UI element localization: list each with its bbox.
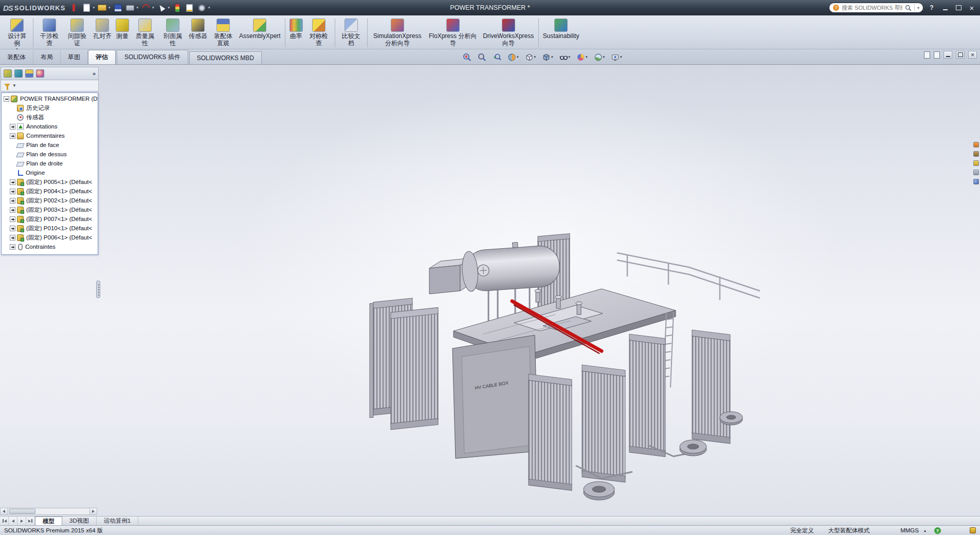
doc-thumbnail-icon-1[interactable] bbox=[924, 51, 930, 59]
edit-appearance-button[interactable] bbox=[575, 52, 589, 63]
open-dropdown[interactable] bbox=[108, 6, 111, 10]
hide-show-items-button[interactable] bbox=[558, 52, 572, 63]
close-button[interactable] bbox=[967, 3, 977, 12]
tree-item-plan-de-face[interactable]: Plan de face bbox=[2, 140, 98, 150]
scroll-right-button[interactable] bbox=[89, 508, 97, 514]
transformer-3d-model[interactable]: HV CABLE BOX bbox=[360, 219, 771, 516]
options-button[interactable] bbox=[196, 2, 208, 14]
collapse-icon[interactable] bbox=[4, 96, 9, 102]
tree-item-history[interactable]: 历史记录 bbox=[2, 103, 98, 113]
ribbon-button-hole-alignment[interactable]: 孔对齐 bbox=[91, 17, 114, 41]
file-properties-button[interactable] bbox=[184, 2, 196, 14]
ribbon-button-simulationxpress-wizard[interactable]: SimulationXpress 分析向导 bbox=[370, 17, 425, 48]
tab-evaluate[interactable]: 评估 bbox=[88, 50, 116, 64]
document-close-button[interactable] bbox=[968, 51, 977, 59]
expand-icon[interactable] bbox=[10, 244, 15, 250]
units-dropdown-icon[interactable] bbox=[924, 528, 926, 533]
scroll-left-button[interactable] bbox=[1, 508, 8, 514]
tree-horizontal-scrollbar[interactable] bbox=[0, 508, 97, 515]
tab-layout[interactable]: 布局 bbox=[33, 50, 61, 64]
zoom-area-button[interactable] bbox=[477, 52, 487, 63]
new-document-dropdown[interactable] bbox=[93, 6, 95, 10]
select-button[interactable] bbox=[155, 2, 168, 14]
tree-root-item[interactable]: POWER TRANSFORMER (Dé bbox=[2, 94, 98, 103]
expand-icon[interactable] bbox=[10, 133, 15, 139]
tree-item-contraintes[interactable]: Contraintes bbox=[2, 242, 98, 251]
ribbon-button-design-study[interactable]: 设计算例 bbox=[3, 17, 31, 52]
search-scope-icon[interactable] bbox=[833, 5, 839, 11]
ribbon-button-floxpress-wizard[interactable]: FloXpress 分析向导 bbox=[425, 17, 481, 48]
appearances-icon[interactable] bbox=[973, 179, 979, 185]
filter-dropdown-icon[interactable] bbox=[12, 83, 16, 88]
expand-icon[interactable] bbox=[10, 216, 15, 222]
ribbon-button-mass-properties[interactable]: 质量属性 bbox=[131, 17, 159, 48]
tree-item-p010[interactable]: (固定) P010<1> (Défaut< bbox=[2, 224, 98, 233]
ribbon-button-compare-documents[interactable]: 比较文档 bbox=[337, 17, 365, 48]
panel-splitter-handle[interactable] bbox=[96, 281, 100, 298]
tab-assembly[interactable]: 装配体 bbox=[0, 50, 33, 64]
document-minimize-button[interactable] bbox=[943, 51, 952, 59]
apply-scene-button[interactable] bbox=[593, 52, 606, 63]
zoom-fit-button[interactable] bbox=[462, 52, 473, 63]
expand-icon[interactable] bbox=[10, 179, 15, 185]
ribbon-button-symmetry-check[interactable]: 对称检查 bbox=[305, 17, 333, 48]
doc-tab-motion-study[interactable]: 运动算例1 bbox=[97, 516, 138, 525]
tree-item-p006[interactable]: (固定) P006<1> (Défaut< bbox=[2, 233, 98, 242]
graphics-viewport[interactable]: HV CABLE BOX bbox=[0, 65, 980, 516]
search-icon[interactable] bbox=[905, 5, 912, 11]
help-button[interactable] bbox=[927, 3, 937, 12]
minimize-button[interactable] bbox=[940, 3, 950, 12]
view-settings-button[interactable] bbox=[610, 52, 623, 63]
tree-item-annotations[interactable]: Annotations bbox=[2, 122, 98, 131]
expand-icon[interactable] bbox=[10, 235, 15, 241]
maximize-button[interactable] bbox=[953, 3, 964, 12]
featuremanager-tab-icon[interactable] bbox=[4, 69, 12, 78]
open-button[interactable] bbox=[96, 2, 108, 14]
search-input[interactable] bbox=[842, 5, 902, 11]
search-box[interactable] bbox=[829, 3, 923, 13]
select-dropdown[interactable] bbox=[168, 6, 170, 10]
tab-solidworks-addins[interactable]: SOLIDWORKS 插件 bbox=[117, 50, 188, 64]
previous-view-button[interactable] bbox=[492, 52, 502, 63]
expand-icon[interactable] bbox=[10, 198, 15, 204]
prev-tab-button[interactable] bbox=[9, 516, 17, 525]
design-library-icon[interactable] bbox=[973, 151, 979, 157]
rebuild-button[interactable] bbox=[171, 2, 184, 14]
tree-item-p005[interactable]: (固定) P005<1> (Défaut< bbox=[2, 177, 98, 187]
tab-solidworks-mbd[interactable]: SOLIDWORKS MBD bbox=[189, 51, 262, 64]
tree-item-commentaires[interactable]: Commentaires bbox=[2, 131, 98, 140]
ribbon-button-clearance-verification[interactable]: 间隙验证 bbox=[63, 17, 91, 48]
tree-filter-bar[interactable] bbox=[1, 80, 99, 91]
quick-tips-icon[interactable] bbox=[934, 527, 941, 534]
expand-icon[interactable] bbox=[10, 189, 15, 194]
expand-icon[interactable] bbox=[10, 226, 15, 231]
ribbon-button-curvature[interactable]: 曲率 bbox=[287, 17, 305, 41]
view-orientation-button[interactable] bbox=[524, 52, 537, 63]
view-palette-icon[interactable] bbox=[973, 170, 979, 175]
file-explorer-icon[interactable] bbox=[973, 160, 979, 166]
tree-item-plan-de-dessus[interactable]: Plan de dessus bbox=[2, 150, 98, 159]
new-document-button[interactable] bbox=[80, 2, 93, 14]
next-tab-button[interactable] bbox=[17, 516, 26, 525]
print-dropdown[interactable] bbox=[136, 6, 138, 10]
tree-item-origine[interactable]: Origine bbox=[2, 168, 98, 177]
ribbon-button-driveworksxpress-wizard[interactable]: DriveWorksXpress 向导 bbox=[481, 17, 536, 48]
search-dropdown-icon[interactable] bbox=[917, 6, 919, 10]
save-button[interactable] bbox=[112, 2, 124, 14]
print-button[interactable] bbox=[124, 2, 136, 14]
tree-item-sensors[interactable]: 传感器 bbox=[2, 113, 98, 122]
solidworks-resources-icon[interactable] bbox=[973, 142, 979, 147]
tree-item-p004[interactable]: (固定) P004<1> (Défaut< bbox=[2, 187, 98, 196]
options-dropdown[interactable] bbox=[208, 6, 210, 10]
configurationmanager-tab-icon[interactable] bbox=[25, 69, 33, 78]
tree-item-p002[interactable]: (固定) P002<1> (Défaut< bbox=[2, 196, 98, 205]
tree-item-plan-de-droite[interactable]: Plan de droite bbox=[2, 159, 98, 168]
ribbon-button-interference-detection[interactable]: 干涉检查 bbox=[35, 17, 63, 48]
scrollbar-track[interactable] bbox=[8, 508, 89, 514]
panel-overflow-chevron[interactable]: » bbox=[93, 70, 96, 77]
undo-button[interactable] bbox=[140, 2, 152, 14]
first-tab-button[interactable] bbox=[0, 516, 9, 525]
ribbon-button-sensors[interactable]: 传感器 bbox=[187, 17, 209, 41]
displaymanager-tab-icon[interactable] bbox=[36, 69, 44, 78]
doc-tab-model[interactable]: 模型 bbox=[35, 516, 62, 525]
